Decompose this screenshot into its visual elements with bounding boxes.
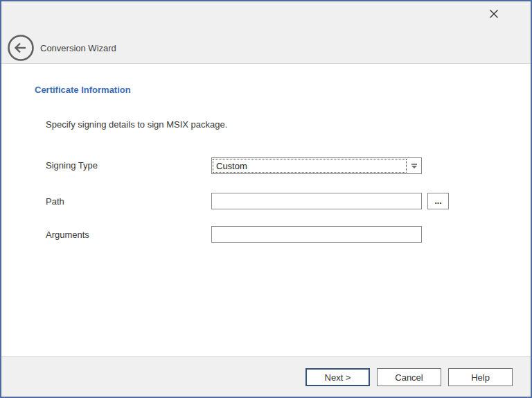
cancel-button[interactable]: Cancel (377, 368, 441, 386)
page-description: Specify signing details to sign MSIX pac… (46, 119, 227, 130)
help-button[interactable]: Help (448, 368, 513, 386)
conversion-wizard-window: Conversion Wizard Certificate Informatio… (0, 0, 532, 398)
dropdown-arrow-icon[interactable] (407, 158, 421, 173)
back-button[interactable] (7, 34, 35, 62)
wizard-header: Conversion Wizard (1, 1, 531, 64)
signing-type-combobox[interactable]: Custom (211, 157, 422, 174)
arguments-label: Arguments (46, 230, 89, 240)
browse-button[interactable]: ... (427, 193, 449, 209)
wizard-footer: Next > Cancel Help (1, 356, 531, 397)
wizard-page: Certificate Information Specify signing … (1, 64, 531, 356)
signing-type-label: Signing Type (46, 160, 98, 171)
arguments-input[interactable] (211, 226, 422, 243)
path-input[interactable] (211, 193, 422, 209)
next-button[interactable]: Next > (305, 368, 370, 386)
path-label: Path (46, 196, 64, 207)
signing-type-selected-value: Custom (213, 159, 407, 173)
close-button[interactable] (486, 7, 502, 22)
close-icon (488, 8, 499, 21)
wizard-title: Conversion Wizard (40, 43, 116, 53)
back-arrow-icon (7, 53, 35, 64)
page-heading: Certificate Information (35, 85, 131, 95)
